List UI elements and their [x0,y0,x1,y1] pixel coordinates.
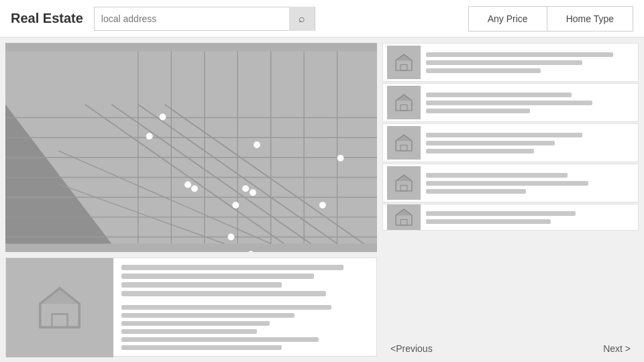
listing-line [426,52,613,57]
list-item[interactable] [382,83,639,122]
listing-line [426,173,568,178]
listings-panel: <Previous Next > [382,38,644,362]
listing-line [426,149,534,154]
listing-thumb [387,166,421,200]
svg-marker-40 [396,54,412,60]
listing-line [426,211,576,216]
svg-marker-52 [396,209,412,215]
featured-listing[interactable] [5,257,377,357]
listing-line [426,219,551,224]
featured-listing-image [6,258,113,357]
svg-point-31 [319,202,326,208]
featured-detail-5 [121,337,319,342]
home-icon [394,93,413,112]
featured-line-4 [121,291,326,296]
home-icon [394,133,413,152]
svg-point-32 [227,234,234,241]
svg-point-22 [160,114,166,121]
filter-group: Any Price Home Type [468,6,633,32]
svg-point-26 [184,181,191,188]
svg-point-24 [254,141,260,148]
listing-line [426,93,572,97]
home-type-button[interactable]: Home Type [547,7,633,31]
featured-detail-group [121,305,368,350]
listing-info [426,211,634,224]
main-content: <Previous Next > [0,38,644,362]
svg-rect-45 [400,145,407,151]
map-container[interactable] [5,43,377,252]
listing-info [426,133,634,154]
app-title: Real Estate [11,11,83,26]
listing-thumb [387,46,421,79]
svg-point-28 [242,185,249,192]
svg-rect-36 [52,314,67,327]
svg-point-29 [250,189,256,196]
home-icon [394,208,413,227]
previous-button[interactable]: <Previous [385,341,438,357]
search-input[interactable] [95,13,289,24]
featured-line-2 [121,274,314,279]
home-icon [394,174,413,192]
featured-line-3 [121,282,282,288]
pagination: <Previous Next > [382,337,639,357]
svg-point-25 [337,155,344,162]
svg-marker-49 [396,175,412,181]
svg-point-33 [248,251,254,252]
featured-line-1 [121,265,343,270]
featured-listing-details [113,258,376,356]
home-icon [36,284,83,331]
listing-line [426,133,582,137]
listing-thumb [387,86,421,119]
listing-thumb [387,204,421,231]
listing-info [426,52,634,73]
svg-point-30 [232,202,239,208]
svg-marker-46 [396,135,412,141]
search-bar: ⌕ [94,7,315,31]
listing-line [426,109,530,113]
svg-marker-37 [40,288,79,304]
listing-line [426,189,526,194]
any-price-button[interactable]: Any Price [469,7,547,31]
svg-rect-39 [400,65,407,70]
svg-point-23 [146,133,153,139]
list-item[interactable] [382,164,639,202]
listing-line [426,141,555,145]
featured-detail-3 [121,321,270,326]
listing-info [426,173,634,194]
list-item[interactable] [382,43,639,82]
featured-detail-2 [121,313,294,318]
list-item[interactable] [382,204,639,231]
listing-line [426,68,541,73]
listing-info [426,93,634,113]
map-svg [5,43,377,252]
listing-line [426,181,588,186]
home-icon [394,53,413,72]
featured-detail-6 [121,345,282,350]
svg-marker-43 [396,95,412,101]
listing-thumb [387,126,421,160]
list-item[interactable] [382,123,639,162]
featured-detail-4 [121,329,257,334]
listing-line [426,101,592,105]
search-button[interactable]: ⌕ [289,7,315,31]
listings-list [382,43,639,337]
search-icon: ⌕ [299,13,305,25]
app-header: Real Estate ⌕ Any Price Home Type [0,0,644,38]
svg-rect-42 [400,105,407,111]
svg-rect-51 [400,220,407,225]
svg-point-27 [191,185,198,192]
featured-detail-1 [121,305,331,310]
svg-rect-48 [400,186,407,191]
next-button[interactable]: Next > [598,341,636,357]
listing-line [426,60,582,65]
map-panel [0,38,382,362]
